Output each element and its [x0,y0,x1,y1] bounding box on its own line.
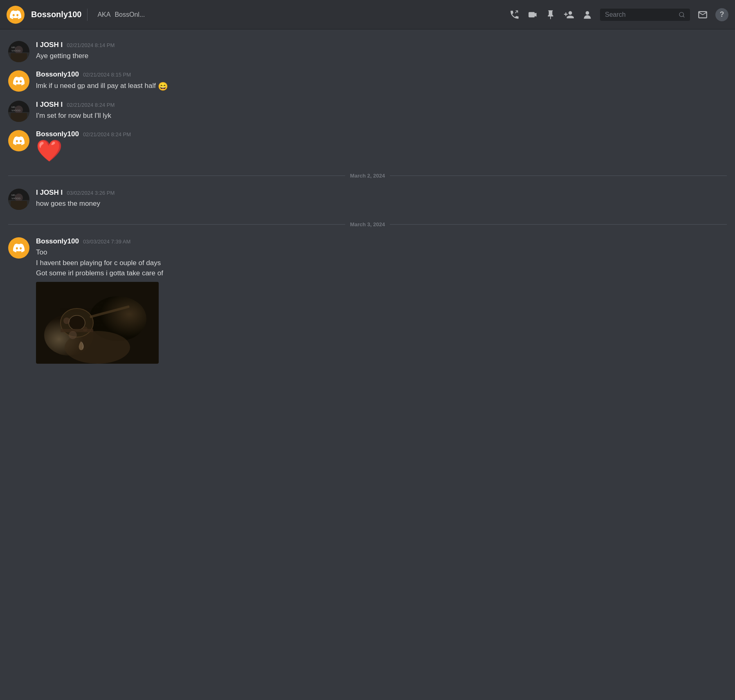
message-timestamp: 03/03/2024 7:39 AM [83,239,130,245]
josh-avatar-image: MR. VHOOD [8,41,29,62]
header: Bossonly100 AKA BossOnl... [0,0,735,29]
message-content: I JOSH I 02/21/2024 8:14 PM Aye getting … [36,41,727,61]
message-timestamp: 03/02/2024 3:26 PM [67,190,115,196]
avatar [8,130,29,151]
message-image-content [36,282,159,364]
message-header: Bossonly100 02/21/2024 8:15 PM [36,70,727,79]
svg-text:VHOOD: VHOOD [11,109,21,112]
avatar: MR. VHOOD [8,101,29,122]
message-content: I JOSH I 03/02/2024 3:26 PM how goes the… [36,189,727,209]
list-item: Bossonly100 02/21/2024 8:24 PM ❤️ [0,127,735,164]
heart-emoji: ❤️ [36,140,727,161]
help-button[interactable]: ? [715,8,728,21]
avatar [8,237,29,259]
avatar: MR. VHOOD [8,41,29,62]
list-item: MR. VHOOD I JOSH I 03/02/2024 3:26 PM ho… [0,185,735,213]
message-timestamp: 02/21/2024 8:15 PM [83,72,131,78]
svg-point-28 [63,317,70,324]
header-icons: ? [509,8,728,21]
discord-avatar-icon [13,75,25,87]
discord-logo-icon [10,9,21,20]
list-item: MR. VHOOD I JOSH I 02/21/2024 8:14 PM Ay… [0,38,735,65]
video-call-button[interactable] [527,9,538,20]
message-text: I'm set for now but I'll lyk [36,110,727,121]
message-header: Bossonly100 02/21/2024 8:24 PM [36,130,727,138]
header-aka-label: AKA [97,11,110,18]
phone-call-button[interactable] [509,9,520,20]
date-separator: March 3, 2024 [0,215,735,234]
header-username: Bossonly100 [31,10,81,19]
search-input[interactable] [605,11,675,18]
message-header: Bossonly100 03/03/2024 7:39 AM [36,237,727,245]
message-username: Bossonly100 [36,130,79,138]
svg-text:MR.: MR. [11,46,16,49]
inbox-button[interactable] [697,9,708,20]
date-separator: March 2, 2024 [0,166,735,185]
svg-rect-26 [61,329,93,332]
message-username: I JOSH I [36,189,63,197]
svg-text:MR.: MR. [11,194,16,196]
separator-line [390,224,727,225]
add-friend-button[interactable] [563,9,575,20]
svg-point-25 [69,315,85,330]
list-item: Bossonly100 03/03/2024 7:39 AM Too I hav… [0,234,735,367]
date-separator-text: March 2, 2024 [350,173,385,179]
josh-avatar-image: MR. VHOOD [8,189,29,210]
message-username: I JOSH I [36,41,63,49]
message-timestamp: 02/21/2024 8:24 PM [67,102,115,108]
svg-point-30 [69,331,77,339]
grinning-emoji: 😄 [158,82,168,91]
separator-line [8,176,345,176]
message-text: how goes the money [36,198,727,209]
message-line-3: Got some irl problems i gotta take care … [36,268,727,279]
message-content: Bossonly100 02/21/2024 8:24 PM ❤️ [36,130,727,161]
avatar: MR. VHOOD [8,189,29,210]
header-divider [87,9,88,21]
svg-rect-17 [11,201,27,210]
message-line-2: I havent been playing for c ouple of day… [36,258,727,268]
list-item: MR. VHOOD I JOSH I 02/21/2024 8:24 PM I'… [0,97,735,125]
message-username: Bossonly100 [36,237,79,245]
message-header: I JOSH I 03/02/2024 3:26 PM [36,189,727,197]
message-content: Bossonly100 02/21/2024 8:15 PM lmk if u … [36,70,727,92]
svg-rect-5 [11,53,27,62]
avatar [8,70,29,92]
message-header: I JOSH I 02/21/2024 8:24 PM [36,101,727,109]
date-separator-text: March 3, 2024 [350,221,385,227]
pinned-messages-button[interactable] [545,9,556,20]
message-content: I JOSH I 02/21/2024 8:24 PM I'm set for … [36,101,727,121]
svg-text:MR.: MR. [11,106,16,108]
header-aka-name: BossOnl... [115,11,145,18]
josh-avatar-image: MR. VHOOD [8,101,29,122]
header-avatar[interactable] [7,6,25,24]
message-timestamp: 02/21/2024 8:14 PM [67,42,115,48]
svg-point-0 [586,11,589,15]
message-header: I JOSH I 02/21/2024 8:14 PM [36,41,727,49]
svg-point-29 [83,326,88,331]
svg-text:VHOOD: VHOOD [11,197,21,200]
message-text: lmk if u need gp and ill pay at least ha… [36,80,727,92]
message-text: Too I havent been playing for c ouple of… [36,247,727,279]
message-timestamp: 02/21/2024 8:24 PM [83,131,131,137]
message-content: Bossonly100 03/03/2024 7:39 AM Too I hav… [36,237,727,364]
search-icon [679,11,685,18]
list-item: Bossonly100 02/21/2024 8:15 PM lmk if u … [0,67,735,96]
profile-button[interactable] [582,9,593,20]
messages-area: MR. VHOOD I JOSH I 02/21/2024 8:14 PM Ay… [0,29,735,377]
help-icon: ? [720,10,724,19]
svg-rect-11 [11,113,27,122]
message-username: I JOSH I [36,101,63,109]
separator-line [8,224,345,225]
svg-text:VHOOD: VHOOD [11,50,21,52]
discord-avatar-icon [13,135,25,146]
separator-line [390,176,727,176]
message-username: Bossonly100 [36,70,79,79]
discord-avatar-icon [13,242,25,254]
message-text: Aye getting there [36,51,727,61]
message-line-1: Too [36,247,727,258]
message-image[interactable] [36,282,159,364]
search-bar[interactable] [600,9,690,21]
